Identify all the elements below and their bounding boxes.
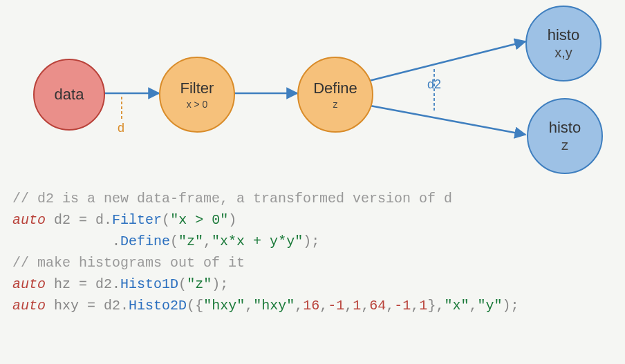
code-comment-2: // make histograms out of it: [12, 255, 245, 271]
svg-line-3: [366, 105, 525, 135]
node-histo-z-title: histo: [549, 119, 581, 136]
node-define: Define z: [297, 57, 373, 133]
node-define-sub: z: [333, 99, 338, 110]
code-line-1: // d2 is a new data-frame, a transformed…: [12, 188, 613, 209]
node-define-title: Define: [313, 79, 357, 97]
edge-label-d2: d2: [427, 77, 441, 92]
node-filter-title: Filter: [180, 79, 214, 97]
node-data: data: [33, 59, 105, 131]
node-histo-z: histo z: [527, 98, 603, 174]
edge-label-d: d: [118, 121, 124, 135]
svg-line-2: [366, 41, 525, 82]
node-histo-xy-sub: x,y: [554, 45, 572, 61]
code-line-4: // make histograms out of it: [12, 252, 613, 274]
pipeline-diagram: data Filter x > 0 Define z histo x,y his…: [0, 0, 625, 180]
code-block: // d2 is a new data-frame, a transformed…: [0, 180, 625, 316]
code-line-5: auto hz = d2.Histo1D("z");: [12, 274, 613, 295]
code-comment-1: // d2 is a new data-frame, a transformed…: [12, 191, 452, 207]
code-line-2: auto d2 = d.Filter("x > 0"): [12, 209, 613, 231]
node-data-title: data: [55, 86, 84, 103]
node-filter-sub: x > 0: [187, 99, 208, 110]
node-histo-xy-title: histo: [548, 26, 579, 44]
code-line-6: auto hxy = d2.Histo2D({"hxy","hxy",16,-1…: [12, 295, 613, 316]
code-line-3: .Define("z","x*x + y*y");: [12, 231, 613, 252]
node-filter: Filter x > 0: [159, 57, 235, 133]
node-histo-z-sub: z: [561, 137, 568, 153]
node-histo-xy: histo x,y: [525, 6, 601, 82]
